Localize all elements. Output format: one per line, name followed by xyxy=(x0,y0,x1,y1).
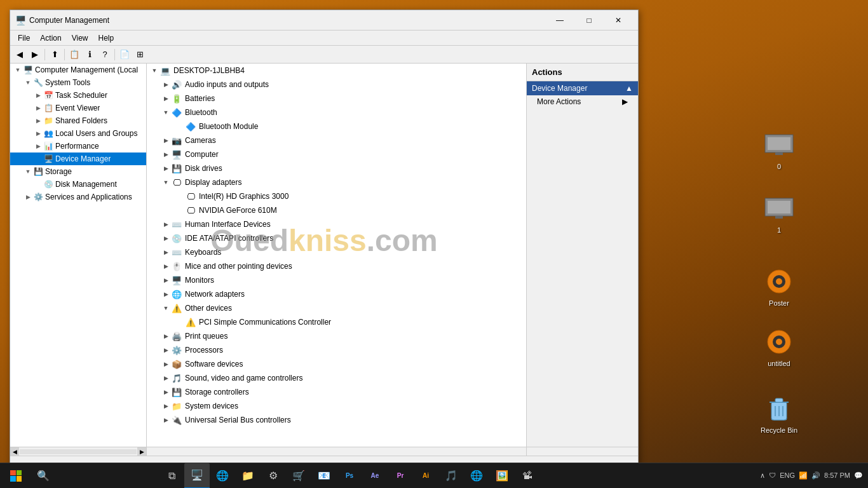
device-intel-label: Intel(R) HD Graphics 3000 xyxy=(199,192,288,201)
device-batteries[interactable]: ▶ 🔋 Batteries xyxy=(147,92,526,105)
device-software-label: Software devices xyxy=(185,360,243,369)
device-display[interactable]: ▼ 🖵 Display adapters xyxy=(147,175,526,189)
device-pci-controller[interactable]: ⚠️ PCI Simple Communications Controller xyxy=(147,315,526,329)
sidebar-item-shared-folders[interactable]: ▶ 📁 Shared Folders xyxy=(10,114,146,127)
sidebar-label-system-tools: System Tools xyxy=(45,78,90,87)
taskbar-app-pr[interactable]: Pr xyxy=(388,463,413,489)
sidebar-item-disk-management[interactable]: 💿 Disk Management xyxy=(10,178,146,191)
desktop-icon-recycle[interactable]: Recycle Bin xyxy=(754,391,804,437)
device-usb[interactable]: ▶ 🔌 Universal Serial Bus controllers xyxy=(147,413,526,427)
hid-expand: ▶ xyxy=(161,219,171,229)
taskbar-app-photo[interactable]: 🖼️ xyxy=(489,463,515,489)
sidebar-item-performance[interactable]: ▶ 📊 Performance xyxy=(10,140,146,152)
device-sound[interactable]: ▶ 🎵 Sound, video and game controllers xyxy=(147,371,526,385)
device-mice[interactable]: ▶ 🖱️ Mice and other pointing devices xyxy=(147,259,526,273)
sidebar-hscroll[interactable]: ◀ ▶ xyxy=(10,447,147,456)
ide-expand: ▶ xyxy=(161,233,171,243)
menu-action[interactable]: Action xyxy=(35,30,66,46)
taskbar-app-mail[interactable]: 📧 xyxy=(311,463,337,489)
device-audio[interactable]: ▶ 🔊 Audio inputs and outputs xyxy=(147,78,526,92)
taskbar-app-explorer[interactable]: 📁 xyxy=(235,463,261,489)
device-network[interactable]: ▶ 🌐 Network adapters xyxy=(147,287,526,301)
taskbar-app-browser2[interactable]: 🌐 xyxy=(464,463,489,489)
device-root[interactable]: ▼ 💻 DESKTOP-1JLBHB4 xyxy=(147,64,526,78)
device-software[interactable]: ▶ 📦 Software devices xyxy=(147,357,526,371)
taskbar-taskview[interactable]: ⧉ xyxy=(159,463,184,489)
menu-file[interactable]: File xyxy=(13,30,35,46)
network-expand: ▶ xyxy=(161,289,171,299)
device-bluetooth-module[interactable]: 🔷 Bluetooth Module xyxy=(147,119,526,133)
desktop-icon-0[interactable]: 0 xyxy=(754,127,804,173)
device-bluetooth-label: Bluetooth xyxy=(185,108,217,117)
toolbar-forward[interactable]: ▶ xyxy=(28,48,42,62)
device-bluetooth[interactable]: ▼ 🔷 Bluetooth xyxy=(147,105,526,119)
sidebar-item-task-scheduler[interactable]: ▶ 📅 Task Scheduler xyxy=(10,89,146,102)
tray-notification[interactable]: 💬 xyxy=(854,471,863,480)
sidebar-item-system-tools[interactable]: ▼ 🔧 System Tools xyxy=(10,76,146,89)
desktop-icon-1[interactable]: 1 xyxy=(754,191,804,236)
toolbar-properties[interactable]: ℹ xyxy=(83,48,97,62)
device-ide[interactable]: ▶ 💿 IDE ATA/ATAPI controllers xyxy=(147,231,526,245)
desktop-icon-0-image xyxy=(764,130,794,160)
actions-header: Actions xyxy=(527,64,638,81)
device-monitors[interactable]: ▶ 🖥️ Monitors xyxy=(147,273,526,287)
hscroll-track[interactable] xyxy=(20,449,137,454)
taskbar-app-video[interactable]: 📽 xyxy=(515,463,540,489)
device-disk-drives[interactable]: ▶ 💾 Disk drives xyxy=(147,161,526,175)
device-storage-ctrl[interactable]: ▶ 💾 Storage controllers xyxy=(147,385,526,399)
taskbar-app-ae[interactable]: Ae xyxy=(362,463,388,489)
device-keyboards[interactable]: ▶ ⌨️ Keyboards xyxy=(147,245,526,259)
taskbar-search[interactable]: 🔍 xyxy=(32,463,159,489)
device-system[interactable]: ▶ 📁 System devices xyxy=(147,399,526,413)
device-nvidia[interactable]: 🖵 NVIDIA GeForce 610M xyxy=(147,203,526,217)
toolbar-back[interactable]: ◀ xyxy=(13,48,27,62)
device-print[interactable]: ▶ 🖨️ Print queues xyxy=(147,329,526,343)
processors-expand: ▶ xyxy=(161,345,171,355)
toolbar-extra2[interactable]: ⊞ xyxy=(133,48,147,62)
actions-more[interactable]: More Actions ▶ xyxy=(527,95,638,108)
tray-chevron[interactable]: ∧ xyxy=(760,471,765,480)
root-expand-icon: ▼ xyxy=(13,65,23,75)
taskbar-app-media[interactable]: 🎵 xyxy=(438,463,464,489)
taskbar-clock[interactable]: 8:57 PM xyxy=(824,471,850,480)
sidebar-item-services-apps[interactable]: ▶ ⚙️ Services and Applications xyxy=(10,191,146,203)
sidebar-item-local-users[interactable]: ▶ 👥 Local Users and Groups xyxy=(10,127,146,140)
close-button[interactable]: ✕ xyxy=(604,10,633,30)
sidebar-item-storage[interactable]: ▼ 💾 Storage xyxy=(10,165,146,178)
taskbar-app-store[interactable]: 🛒 xyxy=(286,463,311,489)
actions-device-manager[interactable]: Device Manager ▲ xyxy=(527,81,638,95)
sidebar-item-device-manager[interactable]: 🖥️ Device Manager xyxy=(10,152,146,165)
device-disk-drives-label: Disk drives xyxy=(185,164,222,173)
toolbar-extra1[interactable]: 📄 xyxy=(118,48,132,62)
taskbar-app-edge[interactable]: 🌐 xyxy=(210,463,235,489)
sidebar-root[interactable]: ▼ 🖥️ Computer Management (Local xyxy=(10,64,146,76)
toolbar-help[interactable]: ? xyxy=(98,48,112,62)
toolbar-up[interactable]: ⬆ xyxy=(48,48,62,62)
device-processors[interactable]: ▶ ⚙️ Processors xyxy=(147,343,526,357)
system-tools-icon: 🔧 xyxy=(33,78,43,88)
start-button[interactable] xyxy=(0,463,32,489)
desktop-icon-untitled[interactable]: untitled xyxy=(754,324,804,370)
toolbar-show-hide[interactable]: 📋 xyxy=(67,48,81,62)
menu-help[interactable]: Help xyxy=(93,30,119,46)
device-other[interactable]: ▼ ⚠️ Other devices xyxy=(147,301,526,315)
windows-logo xyxy=(10,470,22,482)
sidebar-item-event-viewer[interactable]: ▶ 📋 Event Viewer xyxy=(10,102,146,114)
device-display-label: Display adapters xyxy=(185,178,241,187)
content-area: ▼ 🖥️ Computer Management (Local ▼ 🔧 Syst… xyxy=(10,64,638,447)
taskbar-app-settings[interactable]: ⚙ xyxy=(261,463,286,489)
maximize-button[interactable]: □ xyxy=(574,10,604,30)
menu-view[interactable]: View xyxy=(67,30,93,46)
minimize-button[interactable]: — xyxy=(545,10,574,30)
taskbar-app-ai[interactable]: Ai xyxy=(413,463,438,489)
device-computer[interactable]: ▶ 🖥️ Computer xyxy=(147,147,526,161)
hscroll-right[interactable]: ▶ xyxy=(137,447,146,456)
device-intel-graphics[interactable]: 🖵 Intel(R) HD Graphics 3000 xyxy=(147,189,526,203)
hscroll-left[interactable]: ◀ xyxy=(10,447,19,456)
device-hid[interactable]: ▶ ⌨️ Human Interface Devices xyxy=(147,217,526,231)
desktop-icon-poster[interactable]: Poster xyxy=(754,264,804,309)
device-cameras[interactable]: ▶ 📷 Cameras xyxy=(147,133,526,147)
taskbar-app-ps[interactable]: Ps xyxy=(337,463,362,489)
taskbar-app-computermgmt[interactable]: 🖥️ xyxy=(184,463,210,489)
sidebar-label-event-viewer: Event Viewer xyxy=(55,104,100,112)
